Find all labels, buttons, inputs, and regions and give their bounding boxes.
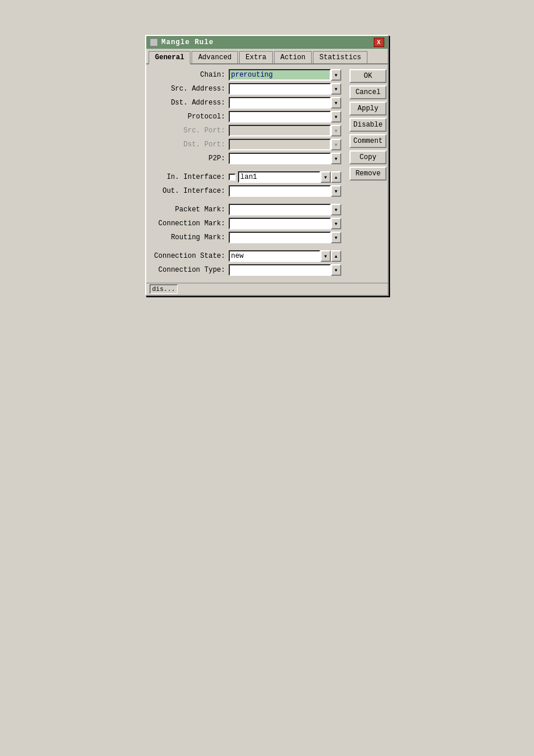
connection-mark-dropdown-btn[interactable]: ▼ <box>331 218 341 229</box>
connection-mark-input[interactable] <box>229 218 331 229</box>
protocol-row: Protocol: ▼ <box>153 111 341 123</box>
packet-mark-row: Packet Mark: ▼ <box>153 204 341 215</box>
routing-mark-field: ▼ <box>229 232 341 243</box>
src-port-field: ▼ <box>229 125 341 136</box>
window-content: General Advanced Extra Action Statistics… <box>146 49 388 295</box>
in-interface-up-btn[interactable]: ▲ <box>331 171 341 183</box>
p2p-input[interactable] <box>229 153 331 164</box>
in-interface-checkbox[interactable] <box>229 174 236 181</box>
protocol-label: Protocol: <box>153 113 229 121</box>
src-port-dropdown-btn: ▼ <box>331 125 341 136</box>
status-bar: dis... <box>146 283 388 295</box>
src-address-input[interactable] <box>229 83 331 95</box>
routing-mark-dropdown-btn[interactable]: ▼ <box>331 232 341 243</box>
tab-action[interactable]: Action <box>274 51 312 63</box>
chain-dropdown-btn[interactable]: ▼ <box>331 69 341 81</box>
titlebar-left: Mangle Rule <box>150 38 214 46</box>
titlebar: Mangle Rule X <box>146 36 388 49</box>
buttons-panel: OK Cancel Apply Disable Comment Copy Rem… <box>346 64 388 283</box>
dst-address-label: Dst. Address: <box>153 99 229 107</box>
in-interface-input[interactable] <box>238 171 320 183</box>
connection-state-input[interactable] <box>229 250 320 262</box>
dst-address-dropdown-btn[interactable]: ▼ <box>331 97 341 109</box>
protocol-field: ▼ <box>229 111 341 123</box>
connection-mark-label: Connection Mark: <box>153 219 229 228</box>
src-address-row: Src. Address: ▼ <box>153 83 341 95</box>
connection-state-field: ▼ ▲ <box>229 250 341 262</box>
in-interface-row: In. Interface: ▼ ▲ <box>153 171 341 183</box>
form-panel: Chain: ▼ Src. Address: ▼ Dst. <box>146 64 346 283</box>
src-port-row: Src. Port: ▼ <box>153 125 341 136</box>
connection-type-dropdown-btn[interactable]: ▼ <box>331 264 341 276</box>
in-interface-checkbox-area <box>229 174 236 181</box>
connection-type-label: Connection Type: <box>153 266 229 274</box>
out-interface-field: ▼ <box>229 185 341 197</box>
packet-mark-input[interactable] <box>229 204 331 215</box>
src-port-label: Src. Port: <box>153 127 229 135</box>
routing-mark-label: Routing Mark: <box>153 233 229 242</box>
out-interface-dropdown-btn[interactable]: ▼ <box>331 185 341 197</box>
dst-port-field: ▼ <box>229 139 341 150</box>
dst-port-dropdown-btn: ▼ <box>331 139 341 150</box>
tab-general[interactable]: General <box>149 51 190 64</box>
connection-state-up-btn[interactable]: ▲ <box>331 250 341 262</box>
cancel-button[interactable]: Cancel <box>349 85 387 99</box>
connection-type-row: Connection Type: ▼ <box>153 264 341 276</box>
p2p-dropdown-btn[interactable]: ▼ <box>331 153 341 164</box>
packet-mark-field: ▼ <box>229 204 341 215</box>
dst-address-row: Dst. Address: ▼ <box>153 97 341 109</box>
apply-button[interactable]: Apply <box>349 102 387 116</box>
dst-port-label: Dst. Port: <box>153 141 229 149</box>
chain-input[interactable] <box>229 69 331 81</box>
chain-field: ▼ <box>229 69 341 81</box>
connection-mark-row: Connection Mark: ▼ <box>153 218 341 229</box>
connection-state-dropdown-btn[interactable]: ▼ <box>320 250 331 262</box>
p2p-field: ▼ <box>229 153 341 164</box>
dst-address-field: ▼ <box>229 97 341 109</box>
src-port-input[interactable] <box>229 125 331 136</box>
tab-advanced[interactable]: Advanced <box>192 51 238 63</box>
tab-statistics[interactable]: Statistics <box>313 51 367 63</box>
remove-button[interactable]: Remove <box>349 167 387 181</box>
tab-bar: General Advanced Extra Action Statistics <box>146 49 388 64</box>
dst-port-row: Dst. Port: ▼ <box>153 139 341 150</box>
chain-row: Chain: ▼ <box>153 69 341 81</box>
packet-mark-label: Packet Mark: <box>153 206 229 214</box>
main-area: Chain: ▼ Src. Address: ▼ Dst. <box>146 64 388 283</box>
p2p-row: P2P: ▼ <box>153 153 341 164</box>
status-text: dis... <box>150 285 178 294</box>
out-interface-row: Out. Interface: ▼ <box>153 185 341 197</box>
src-address-field: ▼ <box>229 83 341 95</box>
disable-button[interactable]: Disable <box>349 118 387 132</box>
connection-mark-field: ▼ <box>229 218 341 229</box>
routing-mark-input[interactable] <box>229 232 331 243</box>
out-interface-label: Out. Interface: <box>153 187 229 195</box>
protocol-input[interactable] <box>229 111 331 123</box>
close-button[interactable]: X <box>374 38 384 47</box>
packet-mark-dropdown-btn[interactable]: ▼ <box>331 204 341 215</box>
title-icon <box>150 38 158 46</box>
connection-state-label: Connection State: <box>153 252 229 260</box>
in-interface-label: In. Interface: <box>153 173 229 181</box>
copy-button[interactable]: Copy <box>349 150 387 164</box>
dst-port-input[interactable] <box>229 139 331 150</box>
connection-type-field: ▼ <box>229 264 341 276</box>
chain-label: Chain: <box>153 71 229 79</box>
comment-button[interactable]: Comment <box>349 134 387 148</box>
connection-state-row: Connection State: ▼ ▲ <box>153 250 341 262</box>
dst-address-input[interactable] <box>229 97 331 109</box>
src-address-dropdown-btn[interactable]: ▼ <box>331 83 341 95</box>
in-interface-dropdown-btn[interactable]: ▼ <box>320 171 331 183</box>
src-address-label: Src. Address: <box>153 85 229 93</box>
in-interface-field: ▼ ▲ <box>229 171 341 183</box>
mangle-rule-window: Mangle Rule X General Advanced Extra Act… <box>145 35 389 296</box>
window-title: Mangle Rule <box>161 38 214 46</box>
out-interface-input[interactable] <box>229 185 331 197</box>
tab-extra[interactable]: Extra <box>239 51 273 63</box>
connection-type-input[interactable] <box>229 264 331 276</box>
protocol-dropdown-btn[interactable]: ▼ <box>331 111 341 123</box>
routing-mark-row: Routing Mark: ▼ <box>153 232 341 243</box>
ok-button[interactable]: OK <box>349 69 387 83</box>
p2p-label: P2P: <box>153 154 229 163</box>
